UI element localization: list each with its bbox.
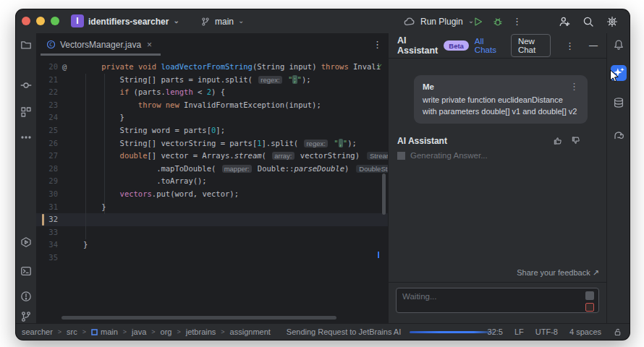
more-actions-icon[interactable]: ⋮ xyxy=(512,16,522,27)
close-tab-icon[interactable]: × xyxy=(147,40,152,50)
code-line: throw new InvalidFormatException(input); xyxy=(83,99,388,112)
line-number[interactable]: 27 xyxy=(36,150,58,163)
share-feedback-link[interactable]: Share your feedback ↗ xyxy=(517,268,599,278)
footer-divider xyxy=(389,282,606,283)
breadcrumb-item[interactable]: org xyxy=(161,327,172,336)
code-line: String[] parts = input.split( regex: ";"… xyxy=(83,74,388,87)
annotation-gutter-icon[interactable]: @ xyxy=(62,61,67,74)
debug-icon[interactable] xyxy=(493,17,503,27)
indent-setting[interactable]: 4 spaces xyxy=(569,327,601,336)
notifications-icon[interactable] xyxy=(613,39,624,51)
hide-panel-icon[interactable]: — xyxy=(589,40,598,51)
code-line xyxy=(83,226,388,239)
editor-tab-vectorsmanager[interactable]: C VectorsManager.java × xyxy=(41,33,161,56)
code-line: String[] vectorString = parts[1].split( … xyxy=(83,137,388,150)
code-line: .mapToDouble( mapper: Double::parseDoubl… xyxy=(83,163,388,176)
breadcrumb-item[interactable]: searcher xyxy=(22,327,53,336)
database-icon[interactable] xyxy=(613,97,624,108)
thumbs-down-icon[interactable] xyxy=(571,135,582,146)
zoom-window-button[interactable] xyxy=(51,17,59,25)
title-bar: I identifiers-searcher ⌄ main ⌄ Run Plug… xyxy=(16,9,630,34)
stop-generating-button[interactable] xyxy=(585,303,594,312)
line-number[interactable]: 30 xyxy=(36,188,58,201)
line-number[interactable]: 21 xyxy=(36,74,58,87)
panel-options-icon[interactable]: ⋮ xyxy=(565,40,575,51)
thumbs-up-icon[interactable] xyxy=(553,135,564,146)
tab-options-icon[interactable]: ⋮ xyxy=(373,39,382,50)
module-icon xyxy=(91,329,98,335)
new-chat-button[interactable]: New Chat xyxy=(511,34,551,57)
line-number[interactable]: 26 xyxy=(36,137,58,150)
status-bar: searcher>src>main>java>org>jetbrains>ass… xyxy=(16,323,630,340)
breadcrumb-item[interactable]: assignment xyxy=(230,327,271,336)
line-separator[interactable]: LF xyxy=(514,327,524,336)
breadcrumb-item[interactable]: main xyxy=(91,327,118,336)
chat-input-container xyxy=(396,288,599,313)
close-window-button[interactable] xyxy=(22,17,30,25)
line-number[interactable]: 32 xyxy=(36,213,58,226)
run-config-plugin-icon xyxy=(404,16,415,27)
project-name: identifiers-searcher xyxy=(88,17,169,27)
structure-icon[interactable] xyxy=(20,106,32,118)
breadcrumb-item[interactable]: jetbrains xyxy=(186,327,216,336)
code-line: private void loadVectorFromString(String… xyxy=(83,61,388,74)
gradle-icon[interactable] xyxy=(613,129,624,141)
ide-window: I identifiers-searcher ⌄ main ⌄ Run Plug… xyxy=(16,9,630,340)
all-chats-link[interactable]: All Chats xyxy=(475,37,498,54)
line-number[interactable]: 20 xyxy=(36,61,58,74)
beta-badge: Beta xyxy=(444,40,469,51)
run-configuration-selector[interactable]: Run Plugin ⌄ xyxy=(404,9,474,33)
add-user-icon[interactable] xyxy=(559,16,570,27)
version-control-icon[interactable] xyxy=(20,311,32,322)
line-number[interactable]: 31 xyxy=(36,201,58,214)
chat-input[interactable] xyxy=(401,291,582,301)
run-icon[interactable] xyxy=(20,236,32,248)
search-icon[interactable] xyxy=(582,16,594,27)
analysis-marker xyxy=(378,252,379,258)
project-selector[interactable]: identifiers-searcher ⌄ xyxy=(88,9,179,33)
minimize-window-button[interactable] xyxy=(36,17,45,25)
line-number[interactable]: 35 xyxy=(36,252,58,265)
ai-assistant-panel: AI Assistant Beta All Chats New Chat ⋮ —… xyxy=(388,33,606,323)
branch-selector[interactable]: main ⌄ xyxy=(200,9,244,33)
user-message-line: write private function euclideanDistance xyxy=(423,94,579,106)
run-config-label: Run Plugin xyxy=(420,17,463,27)
line-number[interactable]: 22 xyxy=(36,86,58,99)
settings-icon[interactable] xyxy=(606,16,618,27)
breadcrumb-item[interactable]: src xyxy=(67,327,77,336)
project-icon[interactable] xyxy=(20,39,32,51)
breadcrumb-separator: > xyxy=(221,328,224,335)
breadcrumb-item[interactable]: java xyxy=(132,327,146,336)
code-line: vectors.put(word, vector); xyxy=(83,188,388,201)
line-number[interactable]: 34 xyxy=(36,239,58,252)
generating-text: Generating Answer... xyxy=(410,151,488,160)
line-number[interactable]: 28 xyxy=(36,163,58,176)
terminal-icon[interactable] xyxy=(20,265,32,277)
tab-label: VectorsManager.java xyxy=(60,40,141,50)
play-icon[interactable] xyxy=(473,17,483,27)
line-number[interactable]: 25 xyxy=(36,124,58,137)
chevron-down-icon: ⌄ xyxy=(238,17,244,25)
editor-gutter[interactable]: 20212223242526272829303132333435 xyxy=(36,61,58,265)
code-editor[interactable]: 20212223242526272829303132333435 private… xyxy=(36,56,388,323)
vertical-scrollbar[interactable] xyxy=(382,174,386,215)
commit-icon[interactable] xyxy=(20,80,32,91)
lock-open-icon[interactable] xyxy=(613,327,622,337)
problems-icon[interactable] xyxy=(20,291,32,302)
line-number[interactable]: 33 xyxy=(36,226,58,239)
caret-position[interactable]: 32:5 xyxy=(488,327,503,336)
breadcrumb-separator: > xyxy=(177,328,180,335)
horizontal-scrollbar[interactable] xyxy=(62,316,336,320)
line-number[interactable]: 23 xyxy=(36,99,58,112)
more-icon[interactable] xyxy=(20,132,32,143)
user-message-author: Me xyxy=(423,82,434,91)
file-encoding[interactable]: UTF-8 xyxy=(535,327,558,336)
svg-text:C: C xyxy=(49,41,52,48)
line-number[interactable]: 29 xyxy=(36,175,58,188)
line-number[interactable]: 24 xyxy=(36,111,58,124)
code-line: String word = parts[0]; xyxy=(83,124,388,137)
user-message-bubble: Me ⋮ write private function euclideanDis… xyxy=(414,75,588,124)
inspections-passed-icon[interactable]: ✓ xyxy=(377,61,382,71)
message-options-icon[interactable]: ⋮ xyxy=(569,81,579,92)
branch-name: main xyxy=(215,17,234,27)
